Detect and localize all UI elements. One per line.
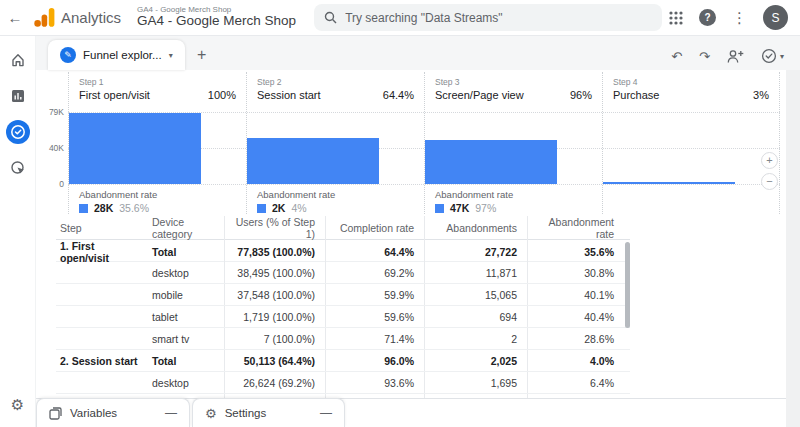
- table-cell-users: 77,835 (100.0%): [224, 240, 325, 264]
- y-axis-tick: 79K: [36, 107, 64, 117]
- table-row: tablet1,719 (100.0%)59.6%69440.4%: [56, 306, 630, 328]
- kebab-menu-icon[interactable]: ⋮: [732, 9, 747, 27]
- funnel-step-column: Step 3Screen/Page view96%Abandonment rat…: [424, 72, 602, 214]
- status-check-dropdown[interactable]: ▾: [761, 48, 784, 64]
- table-cell-rate: 6.4%: [527, 372, 624, 393]
- table-cell-abandonments: 2: [424, 328, 527, 349]
- settings-panel[interactable]: ⚙ Settings —: [192, 398, 345, 427]
- legend-swatch-icon: [257, 204, 266, 213]
- table-cell-completion: 59.6%: [325, 306, 424, 327]
- table-cell-completion: 64.4%: [325, 240, 424, 264]
- tab-label: Funnel explor...: [83, 49, 162, 61]
- chevron-down-icon[interactable]: ▾: [169, 51, 173, 60]
- advertising-icon[interactable]: [6, 156, 30, 180]
- funnel-bar[interactable]: [603, 182, 735, 184]
- table-cell-device: Total: [146, 355, 224, 367]
- zoom-controls: + −: [761, 152, 778, 190]
- table-scrollbar[interactable]: [625, 242, 630, 328]
- table-cell-rate: 35.6%: [527, 240, 624, 264]
- abandonment-legend: Abandonment rate47K97%: [425, 186, 602, 217]
- table-cell-rate: 28.6%: [527, 328, 624, 349]
- table-cell-completion: 96.0%: [325, 350, 424, 371]
- step-percentage: 100%: [208, 89, 236, 101]
- step-name: Purchase: [613, 89, 659, 101]
- abandonment-legend: Abandonment rate2K4%: [247, 186, 424, 217]
- left-sidebar: ⚙: [0, 36, 36, 427]
- search-input[interactable]: [345, 11, 652, 25]
- table-cell-rate: 40.1%: [527, 284, 624, 305]
- apps-grid-icon[interactable]: [669, 11, 683, 25]
- abandonment-count: 47K: [450, 202, 469, 214]
- collapse-variables-button[interactable]: —: [165, 406, 177, 420]
- funnel-bar[interactable]: [69, 113, 201, 184]
- funnel-step-header: Step 2Session start64.4%: [247, 72, 424, 101]
- funnel-bar[interactable]: [425, 140, 557, 184]
- funnel-step-column: Step 2Session start64.4%Abandonment rate…: [246, 72, 424, 214]
- table-row: mobile37,548 (100.0%)59.9%15,06540.1%: [56, 284, 630, 306]
- table-cell-abandonments: 2,025: [424, 350, 527, 371]
- abandonment-rate-value: 4%: [291, 202, 306, 214]
- app-name: Analytics: [61, 9, 121, 26]
- abandonment-rate-value: 35.6%: [119, 202, 149, 214]
- tab-funnel-exploration[interactable]: ✎ Funnel explor... ▾: [48, 40, 185, 70]
- settings-gear-icon: ⚙: [205, 406, 217, 421]
- abandonment-count: 2K: [272, 202, 285, 214]
- y-axis-tick: 40K: [36, 143, 64, 153]
- step-name: First open/visit: [79, 89, 150, 101]
- step-number-label: Step 1: [79, 77, 236, 87]
- abandonment-rate-label: Abandonment rate: [257, 189, 414, 200]
- reports-icon[interactable]: [6, 84, 30, 108]
- funnel-step-column: Step 4Purchase3%: [602, 72, 780, 214]
- table-cell-rate: 40.4%: [527, 306, 624, 327]
- table-cell-completion: 59.9%: [325, 284, 424, 305]
- redo-icon[interactable]: ↷: [699, 50, 710, 63]
- table-row: desktop26,624 (69.2%)93.6%1,6956.4%: [56, 372, 630, 394]
- canvas-right-gutter: [786, 70, 800, 427]
- table-cell-device: Total: [146, 246, 224, 258]
- abandonment-rate-label: Abandonment rate: [79, 189, 236, 200]
- help-icon[interactable]: ?: [699, 9, 716, 26]
- new-tab-button[interactable]: +: [185, 40, 219, 70]
- search-icon: [324, 11, 337, 24]
- variables-panel[interactable]: Variables —: [36, 398, 190, 427]
- collapse-settings-button[interactable]: —: [320, 406, 332, 420]
- step-name: Screen/Page view: [435, 89, 524, 101]
- table-body: 1. First open/visitTotal77,835 (100.0%)6…: [56, 240, 630, 416]
- column-header: Completion rate: [325, 216, 424, 240]
- funnel-bar[interactable]: [247, 138, 379, 184]
- table-cell-abandonments: 27,722: [424, 240, 527, 264]
- step-name-row: Purchase3%: [613, 89, 769, 101]
- legend-swatch-icon: [79, 204, 88, 213]
- exploration-canvas: 79K40K0 Step 1First open/visit100%Abando…: [36, 70, 786, 427]
- bottom-bar: Variables — ⚙ Settings —: [36, 398, 786, 427]
- back-button[interactable]: ←: [0, 9, 30, 26]
- home-icon[interactable]: [6, 48, 30, 72]
- step-number-label: Step 2: [257, 77, 414, 87]
- zoom-out-button[interactable]: −: [761, 173, 778, 190]
- table-header-row: StepDevice categoryUsers (% of Step 1)Co…: [56, 216, 630, 240]
- canvas-actions: ↶ ↷ ▾: [671, 48, 800, 70]
- abandonment-count: 28K: [94, 202, 113, 214]
- table-cell-rate: 30.8%: [527, 262, 624, 283]
- property-name: GA4 - Google Merch Shop: [137, 14, 296, 29]
- search-bar[interactable]: [314, 4, 662, 31]
- zoom-in-button[interactable]: +: [761, 152, 778, 169]
- variables-label: Variables: [70, 407, 117, 419]
- abandonment-rate-value: 97%: [475, 202, 496, 214]
- funnel-step-header: Step 1First open/visit100%: [69, 72, 246, 101]
- y-axis-tick: 0: [36, 179, 64, 189]
- funnel-data-table: StepDevice categoryUsers (% of Step 1)Co…: [56, 216, 630, 427]
- explore-icon[interactable]: [6, 120, 30, 144]
- undo-icon[interactable]: ↶: [671, 50, 682, 63]
- table-cell-abandonments: 1,695: [424, 372, 527, 393]
- share-user-icon[interactable]: [727, 49, 744, 64]
- funnel-step-header: Step 3Screen/Page view96%: [425, 72, 602, 101]
- abandonment-legend: Abandonment rate28K35.6%: [69, 186, 246, 217]
- analytics-logo-icon[interactable]: [34, 8, 55, 27]
- property-selector[interactable]: GA4 - Google Merch Shop GA4 - Google Mer…: [137, 6, 296, 30]
- admin-gear-icon[interactable]: ⚙: [6, 393, 30, 417]
- pencil-icon: ✎: [60, 47, 76, 63]
- table-cell-abandonments: 11,871: [424, 262, 527, 283]
- tab-strip: ✎ Funnel explor... ▾ + ↶ ↷ ▾: [36, 36, 800, 70]
- avatar[interactable]: S: [763, 5, 788, 30]
